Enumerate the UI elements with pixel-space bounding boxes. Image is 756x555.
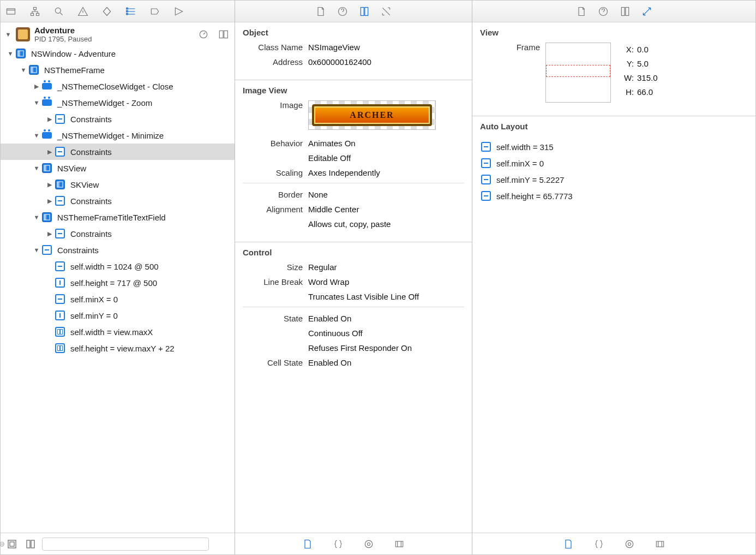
svg-rect-2 [31,13,34,15]
tree-row[interactable]: ▶Constraints [1,144,235,160]
tree-row[interactable]: ▶Constraints [1,111,235,127]
report-icon[interactable] [172,4,186,19]
tree-row[interactable]: ▼Constraints [1,242,235,258]
frame-visualization [545,43,611,103]
file-tab-icon[interactable] [561,537,575,551]
svg-rect-14 [31,67,33,73]
svg-rect-12 [18,51,20,56]
tree-row[interactable]: self.width = view.maxX [1,324,235,340]
frame-w: 315.0 [637,73,658,82]
tree-row[interactable]: ▶Constraints [1,193,235,209]
disclosure-triangle[interactable]: ▶ [33,83,40,90]
tree-row[interactable]: self.minX = 0 [1,291,235,307]
tree-row[interactable]: ▶SKView [1,176,235,193]
state-value-2: Continuous Off [308,329,464,338]
tree-row[interactable]: ▼NSThemeFrameTitleTextField [1,209,235,225]
tree-row[interactable]: ▼NSView [1,160,235,176]
address-value[interactable]: 0x600000162400 [308,57,464,67]
image-preview[interactable]: Archer [308,100,436,130]
outline-icon[interactable] [5,537,19,551]
svg-rect-0 [7,9,15,14]
tree-row[interactable]: ▼NSThemeFrame [1,62,235,78]
target-icon[interactable] [362,537,376,551]
disclosure-triangle[interactable]: ▼ [5,31,11,38]
constraint-icon [55,196,65,206]
list-icon[interactable] [23,537,38,551]
target-icon[interactable] [622,537,637,551]
filter-input[interactable] [42,538,209,551]
tree-row[interactable]: ▼_NSThemeWidget - Minimize [1,127,235,144]
constraint-icon [481,142,491,152]
braces-icon[interactable] [592,537,606,551]
disclosure-triangle[interactable]: ▼ [33,247,40,253]
disclosure-triangle[interactable]: ▶ [46,116,53,123]
tree-row[interactable]: self.height = view.maxY + 22 [1,340,235,356]
view-debug-icon[interactable] [216,27,230,41]
tree-row[interactable]: self.height = 717 @ 500 [1,274,235,291]
file-icon[interactable] [314,4,328,19]
hierarchy-icon[interactable] [28,4,42,19]
constraint-item[interactable]: self.width = 315 [480,139,748,155]
svg-rect-24 [31,540,34,548]
disclosure-triangle[interactable]: ▼ [7,50,14,57]
warning-icon[interactable] [76,4,90,19]
behavior-value: Animates On [308,139,464,148]
tree-row[interactable]: ▶_NSThemeCloseWidget - Close [1,78,235,94]
tree-row[interactable]: ▼NSWindow - Adventure [1,45,235,62]
breakpoint-icon[interactable] [148,4,162,19]
help-icon[interactable] [596,4,610,19]
disclosure-triangle[interactable]: ▶ [46,198,53,205]
svg-point-28 [365,540,372,547]
constraint-item[interactable]: self.minX = 0 [480,155,748,171]
diamond-icon[interactable] [100,4,114,19]
identity-inspector-icon[interactable] [357,4,371,19]
search-icon[interactable] [52,4,66,19]
braces-icon[interactable] [331,537,345,551]
file-tab-icon[interactable] [301,537,315,551]
svg-rect-21 [8,540,16,548]
disclosure-triangle[interactable]: ▶ [46,181,53,188]
tree-label: NSView [57,164,86,173]
svg-rect-10 [224,31,228,38]
tree-row[interactable]: ▶Constraints [1,225,235,242]
svg-rect-3 [37,13,39,15]
process-header: ▼ Adventure PID 1795, Paused [1,22,235,45]
disclosure-triangle[interactable]: ▶ [46,148,53,156]
size-inspector-icon[interactable] [640,4,654,19]
disclosure-triangle[interactable]: ▼ [33,165,40,171]
right-bottom-toolbar [472,533,755,554]
widget-icon [42,99,52,106]
size-inspector-icon[interactable] [379,4,393,19]
tree-label: self.height = 717 @ 500 [70,278,157,288]
tree-row[interactable]: self.width = 1024 @ 500 [1,258,235,274]
tree-label: NSThemeFrameTitleTextField [57,213,166,222]
frame-y: 5.0 [637,59,649,68]
tree-row[interactable]: self.minY = 0 [1,307,235,324]
constraint-icon [55,229,65,238]
allows-value: Allows cut, copy, paste [308,219,464,229]
debug-icon[interactable] [124,4,138,19]
folder-icon[interactable] [4,4,18,19]
view-hierarchy-tree[interactable]: ▼NSWindow - Adventure▼NSThemeFrame▶_NSTh… [1,45,235,533]
disclosure-triangle[interactable]: ▼ [20,67,27,73]
constraint-item[interactable]: self.minY = 5.2227 [480,171,748,188]
constraint-item[interactable]: self.height = 65.7773 [480,188,748,204]
help-icon[interactable] [335,4,350,19]
disclosure-triangle[interactable]: ▼ [33,132,40,139]
state-value-1: Enabled On [308,314,464,323]
cellstate-label: Cell State [243,358,308,367]
tree-row[interactable]: ▼_NSThemeWidget - Zoom [1,94,235,111]
disclosure-triangle[interactable]: ▼ [33,214,40,220]
disclosure-triangle[interactable]: ▶ [46,230,53,237]
section-title: Auto Layout [480,122,748,131]
class-name-value: NSImageView [308,43,464,52]
file-icon[interactable] [574,4,589,19]
truncates-value: Truncates Last Visible Line Off [308,292,464,301]
disclosure-triangle[interactable]: ▼ [33,99,40,106]
control-section: Control SizeRegular Line BreakWord Wrap … [235,242,472,380]
media-icon[interactable] [653,537,667,551]
gauge-icon[interactable] [196,27,211,41]
identity-inspector-icon[interactable] [618,4,632,19]
media-icon[interactable] [392,537,406,551]
tree-label: Constraints [70,147,112,157]
